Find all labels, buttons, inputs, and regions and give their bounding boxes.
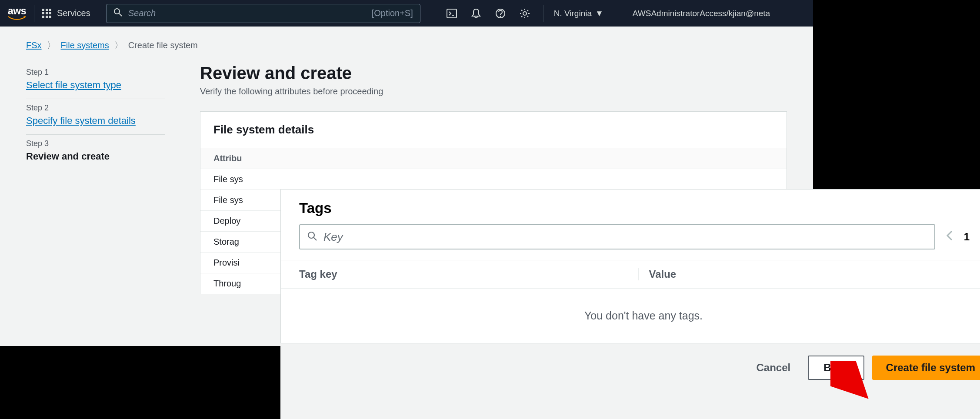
- chevron-right-icon: 〉: [47, 40, 56, 51]
- account-menu[interactable]: AWSAdministratorAccess/kjian@neta: [622, 5, 770, 22]
- breadcrumb-fsx[interactable]: FSx: [26, 40, 42, 50]
- region-selector[interactable]: N. Virginia ▼: [543, 5, 614, 22]
- services-label: Services: [57, 8, 90, 18]
- svg-rect-2: [49, 9, 51, 11]
- top-nav: aws Services [Option+S]: [0, 0, 813, 27]
- svg-rect-8: [49, 16, 51, 18]
- step-title-link[interactable]: Specify file system details: [26, 115, 136, 126]
- nav-icons: [441, 3, 535, 24]
- create-file-system-button[interactable]: Create file system: [872, 356, 980, 380]
- svg-rect-5: [49, 12, 51, 14]
- notifications-icon[interactable]: [466, 3, 487, 24]
- cloudshell-icon[interactable]: [441, 3, 462, 24]
- services-grid-icon: [42, 9, 52, 18]
- svg-rect-1: [46, 9, 48, 11]
- aws-smile-icon: [8, 16, 26, 20]
- svg-rect-0: [42, 9, 44, 11]
- svg-line-10: [119, 13, 122, 16]
- breadcrumb: FSx 〉 File systems 〉 Create file system: [0, 40, 813, 51]
- page-title: Review and create: [200, 63, 787, 83]
- breadcrumb-current: Create file system: [128, 40, 198, 50]
- wizard-sidebar: Step 1 Select file system type Step 2 Sp…: [26, 63, 165, 306]
- page-subtitle: Verify the following attributes before p…: [200, 86, 787, 96]
- chevron-down-icon: ▼: [595, 9, 603, 18]
- step-2: Step 2 Specify file system details: [26, 99, 165, 135]
- pager-page-number: 1: [964, 231, 970, 243]
- aws-logo[interactable]: aws: [8, 5, 34, 22]
- step-label: Step 1: [26, 68, 165, 77]
- attribute-header: Attribu: [200, 148, 787, 169]
- region-label: N. Virginia: [554, 9, 592, 18]
- tags-overlay: Tags 1 Tag key Value You do: [280, 189, 980, 419]
- tags-title: Tags: [299, 200, 332, 216]
- tags-empty-message: You don't have any tags.: [281, 288, 980, 343]
- step-1: Step 1 Select file system type: [26, 63, 165, 99]
- svg-rect-7: [46, 16, 48, 18]
- step-title-current: Review and create: [26, 151, 110, 162]
- svg-rect-3: [42, 12, 44, 14]
- search-icon: [113, 8, 122, 19]
- step-label: Step 2: [26, 103, 165, 113]
- tags-panel: Tags 1 Tag key Value You do: [280, 189, 980, 343]
- panel-header: File system details: [200, 112, 787, 148]
- annotation-arrow-icon: [830, 361, 870, 400]
- step-3: Step 3 Review and create: [26, 135, 165, 170]
- tags-table-header: Tag key Value: [281, 260, 980, 288]
- pager: 1: [946, 229, 980, 244]
- cancel-button[interactable]: Cancel: [747, 356, 800, 379]
- svg-line-18: [835, 365, 859, 389]
- breadcrumb-file-systems[interactable]: File systems: [61, 40, 109, 50]
- svg-point-14: [500, 16, 501, 17]
- aws-logo-text: aws: [8, 7, 26, 16]
- search-kbd-hint: [Option+S]: [372, 8, 413, 18]
- step-title-link[interactable]: Select file system type: [26, 80, 121, 90]
- action-row: Cancel Back Create file system: [280, 343, 980, 380]
- account-label: AWSAdministratorAccess/kjian@neta: [633, 9, 770, 18]
- chevron-right-icon: 〉: [114, 40, 123, 51]
- help-icon[interactable]: [490, 3, 511, 24]
- svg-line-17: [314, 237, 317, 240]
- svg-rect-4: [46, 12, 48, 14]
- svg-rect-6: [42, 16, 44, 18]
- tags-header: Tags: [281, 190, 980, 224]
- col-value: Value: [638, 268, 980, 280]
- settings-icon[interactable]: [514, 3, 535, 24]
- search-icon: [307, 231, 317, 243]
- pager-prev-icon[interactable]: [946, 229, 953, 244]
- tags-search-input[interactable]: [323, 230, 927, 244]
- svg-rect-11: [447, 9, 457, 18]
- svg-point-9: [114, 9, 120, 14]
- step-label: Step 3: [26, 139, 165, 148]
- services-button[interactable]: Services: [42, 5, 98, 22]
- search-input[interactable]: [128, 8, 366, 18]
- search-box[interactable]: [Option+S]: [106, 4, 420, 23]
- svg-point-16: [308, 232, 314, 238]
- table-row: File sys: [200, 169, 787, 190]
- svg-point-15: [523, 12, 527, 15]
- tags-search-box[interactable]: [299, 224, 935, 249]
- col-tag-key: Tag key: [299, 268, 638, 280]
